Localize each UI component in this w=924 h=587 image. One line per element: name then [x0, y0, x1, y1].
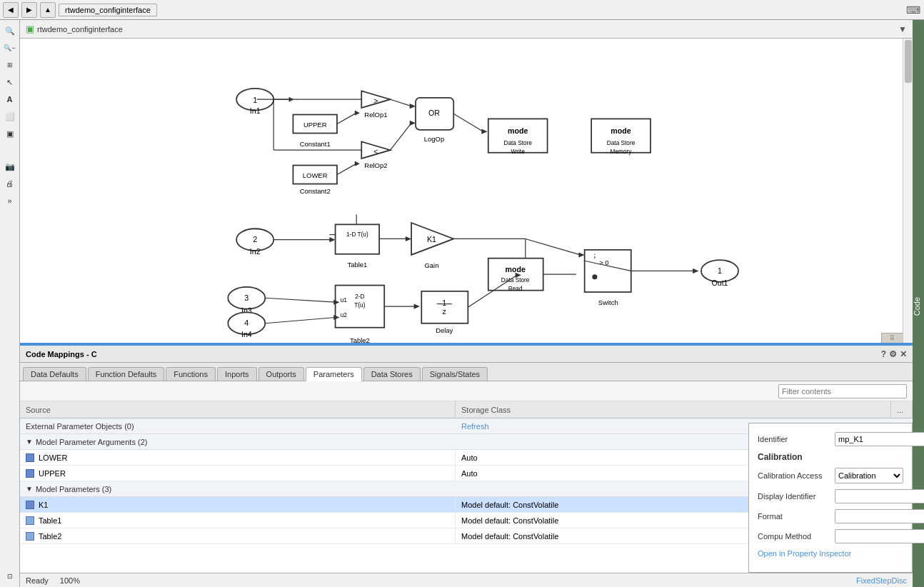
cm-tabs: Data Defaults Function Defaults Function…: [20, 363, 913, 381]
status-zoom: 100%: [60, 576, 80, 585]
svg-rect-47: [336, 224, 380, 254]
param-icon-k1: [26, 501, 34, 509]
identifier-row: Identifier: [758, 432, 903, 446]
cell-upper-name: UPPER: [20, 466, 456, 481]
cm-header-icons: ? ⚙ ✕: [881, 349, 907, 359]
line-tool[interactable]: ⬜: [2, 109, 18, 124]
display-identifier-input[interactable]: [835, 489, 924, 503]
svg-text:LogOp: LogOp: [424, 135, 444, 143]
calibration-access-label: Calibration Access: [758, 471, 829, 480]
section-external-text: External Parameter Objects (0): [26, 422, 134, 431]
svg-text:RelOp2: RelOp2: [364, 161, 387, 169]
area-tool[interactable]: ▣: [2, 126, 18, 141]
tab-data-defaults[interactable]: Data Defaults: [23, 367, 86, 381]
section-params-text: Model Parameters (3): [36, 485, 111, 493]
compu-method-input[interactable]: [835, 529, 924, 543]
back-button[interactable]: ◀: [3, 2, 19, 18]
filter-input[interactable]: [778, 384, 907, 398]
lookup-icon-table2: [26, 532, 34, 541]
svg-text:Table1: Table1: [347, 261, 367, 269]
svg-text:1: 1: [253, 96, 257, 104]
calibration-access-row: Calibration Access Calibration ReadOnly …: [758, 468, 903, 483]
more-tools[interactable]: »: [2, 193, 18, 209]
chevron-args[interactable]: ▼: [26, 438, 33, 446]
close-icon[interactable]: ✕: [900, 349, 907, 359]
format-input[interactable]: [835, 509, 924, 523]
arrow-tool[interactable]: ↖: [2, 74, 18, 90]
resize-handle[interactable]: ⠿: [881, 333, 903, 343]
svg-text:mode: mode: [611, 126, 631, 135]
svg-text:In4: In4: [241, 330, 252, 338]
tab-parameters[interactable]: Parameters: [306, 367, 362, 381]
col-more: ...: [891, 401, 913, 418]
cm-title: Code Mappings - C: [26, 350, 881, 358]
svg-text:2: 2: [253, 235, 257, 244]
forward-button[interactable]: ▶: [21, 2, 37, 18]
cell-table1-name: Table1: [20, 513, 456, 528]
svg-text:Memory: Memory: [611, 149, 633, 155]
chevron-params[interactable]: ▼: [26, 485, 33, 493]
simulink-name: rtwdemo_configinterface: [37, 25, 123, 34]
scroll-thumb[interactable]: [905, 40, 912, 83]
format-label: Format: [758, 512, 829, 521]
subsystem-button[interactable]: ⊡: [2, 568, 18, 584]
open-inspector-link[interactable]: Open in Property Inspector: [758, 549, 903, 558]
expand-arrow[interactable]: ▼: [898, 24, 907, 34]
calibration-access-select[interactable]: Calibration ReadOnly NoCalibration: [835, 468, 903, 483]
code-panel-label[interactable]: Code: [913, 297, 921, 316]
status-solver[interactable]: FixedStepDisc: [856, 576, 907, 585]
section-label-external: External Parameter Objects (0): [20, 422, 456, 431]
diagram-scrollbar[interactable]: [903, 39, 913, 343]
cm-header: Code Mappings - C ? ⚙ ✕: [20, 346, 913, 363]
compu-method-label: Compu Method: [758, 532, 829, 541]
zoom-out-button[interactable]: 🔍−: [2, 40, 18, 56]
top-toolbar: ◀ ▶ ▲ rtwdemo_configinterface ⌨: [0, 0, 924, 20]
settings-icon[interactable]: ⚙: [889, 349, 897, 359]
section-label-args: ▼ Model Parameter Arguments (2): [20, 438, 456, 446]
section-args-text: Model Parameter Arguments (2): [36, 438, 148, 446]
help-icon[interactable]: ?: [881, 349, 886, 359]
tab-function-defaults[interactable]: Function Defaults: [88, 367, 165, 381]
properties-panel: Identifier Calibration Calibration Acces…: [748, 423, 913, 573]
svg-text:z: z: [443, 307, 446, 316]
tab-signals-states[interactable]: Signals/States: [422, 367, 488, 381]
tab-outports[interactable]: Outports: [258, 367, 304, 381]
svg-text:u1: u1: [341, 297, 348, 303]
display-identifier-row: Display Identifier: [758, 489, 903, 503]
svg-text:In1: In1: [250, 106, 261, 115]
lower-label: LOWER: [39, 453, 67, 462]
svg-text:Table2: Table2: [350, 336, 370, 343]
simulink-icon: ▣: [26, 24, 34, 34]
svg-text:Constant1: Constant1: [300, 140, 331, 148]
tab-functions[interactable]: Functions: [166, 367, 216, 381]
svg-text:UPPER: UPPER: [303, 121, 327, 129]
camera-tool[interactable]: 📷: [2, 159, 18, 174]
svg-text:mode: mode: [505, 265, 525, 274]
col-source: Source: [20, 401, 456, 418]
identifier-label: Identifier: [758, 435, 829, 443]
svg-text:mode: mode: [508, 126, 528, 135]
table1-label: Table1: [39, 516, 61, 525]
upper-label: UPPER: [39, 469, 66, 478]
up-button[interactable]: ▲: [40, 2, 56, 18]
text-tool[interactable]: A: [2, 91, 18, 107]
svg-text:Data Store: Data Store: [607, 140, 636, 146]
svg-text:Write: Write: [511, 149, 526, 155]
svg-text:2-D: 2-D: [355, 294, 364, 300]
tab-inports[interactable]: Inports: [217, 367, 257, 381]
svg-text:Delay: Delay: [436, 326, 453, 334]
title-tab: rtwdemo_configinterface: [59, 4, 157, 16]
print-tool[interactable]: 🖨: [2, 176, 18, 191]
svg-text:1: 1: [442, 298, 446, 307]
fit-button[interactable]: ⊞: [2, 57, 18, 73]
diagram-area[interactable]: 1 In1 UPPER Constant1 > RelOp1: [20, 39, 913, 344]
svg-text:OR: OR: [428, 109, 440, 117]
svg-text:u2: u2: [341, 313, 348, 319]
table2-label: Table2: [39, 532, 61, 541]
svg-text:T(u): T(u): [354, 302, 365, 308]
zoom-in-button[interactable]: 🔍: [2, 23, 18, 39]
svg-text:Read: Read: [508, 286, 523, 292]
tab-data-stores[interactable]: Data Stores: [363, 367, 421, 381]
identifier-input[interactable]: [835, 432, 924, 446]
table-header: Source Storage Class ...: [20, 401, 913, 418]
